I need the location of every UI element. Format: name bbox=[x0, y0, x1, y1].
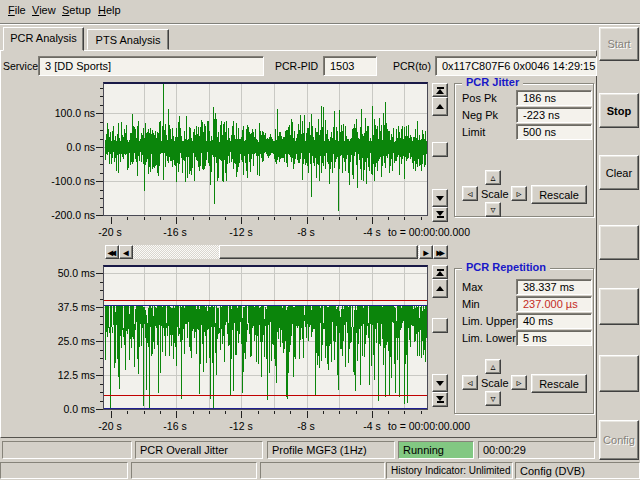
status-cell-profile: Profile MGF3 (1Hz) bbox=[267, 441, 395, 459]
blank-button-1[interactable] bbox=[599, 225, 639, 260]
rep-scale-up-button[interactable]: ▵ bbox=[485, 359, 501, 374]
status2-cell-config: Config (DVB) bbox=[515, 462, 640, 479]
menu-view[interactable]: View bbox=[32, 4, 56, 19]
jitter-scale-up-button[interactable]: ▵ bbox=[485, 170, 501, 185]
rep-scroll-thumb[interactable] bbox=[432, 318, 448, 333]
jitter-xtick-20: -20 s bbox=[84, 226, 136, 238]
rep-scale-top-button[interactable] bbox=[432, 265, 448, 279]
pcr-to-field[interactable]: 0x117C807F6 0x0046 14:29:15 bbox=[435, 56, 597, 76]
up-arrow-icon: ▵ bbox=[490, 173, 495, 183]
jitter-xtick-12: -12 s bbox=[215, 226, 267, 238]
jitter-scale-label: Scale bbox=[481, 188, 509, 200]
lim-lower-label: Lim. Lower bbox=[462, 332, 516, 344]
jitter-scale-down-button[interactable]: ▿ bbox=[485, 202, 501, 217]
hscroll-home-button[interactable]: ◂◂ bbox=[105, 245, 119, 259]
jitter-scale-bottom-button[interactable] bbox=[432, 207, 448, 222]
status-cell-blank bbox=[2, 441, 132, 459]
hscroll-right-button[interactable]: ▸ bbox=[419, 245, 433, 259]
rep-scale-label: Scale bbox=[481, 377, 509, 389]
status-cell-running: Running bbox=[398, 441, 474, 459]
min-label: Min bbox=[462, 298, 480, 310]
right-arrow-icon: ▹ bbox=[516, 189, 521, 199]
hscroll-left-button[interactable]: ◂ bbox=[119, 245, 133, 259]
hscroll-end-button[interactable]: ▸▸ bbox=[433, 245, 448, 259]
rep-xtick-20: -20 s bbox=[84, 420, 136, 432]
rep-ytick-25: 25.0 ms bbox=[35, 335, 95, 347]
menu-bar: File View Setup Help bbox=[0, 0, 640, 23]
service-label: Service bbox=[3, 60, 38, 72]
jitter-xtick-8: -8 s bbox=[280, 226, 332, 238]
rep-ytick-125: 12.5 ms bbox=[35, 369, 95, 381]
max-label: Max bbox=[462, 281, 483, 293]
status2-cell-2 bbox=[131, 462, 257, 479]
pos-pk-label: Pos Pk bbox=[462, 92, 497, 104]
rep-scale-left-button[interactable]: ◃ bbox=[462, 375, 478, 390]
pos-pk-field[interactable]: 186 ns bbox=[516, 90, 592, 106]
rep-rescale-button[interactable]: Rescale bbox=[531, 374, 587, 393]
rep-xtick-16: -16 s bbox=[149, 420, 201, 432]
jitter-scroll-thumb[interactable] bbox=[432, 142, 448, 157]
service-field[interactable]: 3 [DD Sports] bbox=[38, 56, 264, 76]
status2-cell-history: History Indicator: Unlimited bbox=[386, 462, 513, 479]
stop-button[interactable]: Stop bbox=[599, 93, 639, 128]
rep-scroll-down-button[interactable] bbox=[432, 374, 448, 392]
down-arrow-icon: ▿ bbox=[490, 394, 495, 404]
jitter-xaxis-end-label: to = 00:00:00.000 bbox=[388, 226, 470, 238]
status-cell-elapsed: 00:00:29 bbox=[478, 441, 595, 459]
rep-ytick-50: 50.0 ms bbox=[35, 267, 95, 279]
rep-scale-bottom-button[interactable] bbox=[432, 392, 448, 407]
limit-field[interactable]: 500 ns bbox=[516, 124, 592, 140]
status-cell-mode: PCR Overall Jitter bbox=[135, 441, 263, 459]
right-arrow-icon: ▹ bbox=[516, 378, 521, 388]
clear-button[interactable]: Clear bbox=[599, 155, 639, 190]
status2-cell-1 bbox=[0, 462, 128, 479]
neg-pk-field[interactable]: -223 ns bbox=[516, 107, 592, 123]
up-arrow-icon: ▵ bbox=[490, 362, 495, 372]
rep-xaxis-end-label: to = 00:00:00.000 bbox=[388, 420, 470, 432]
max-field[interactable]: 38.337 ms bbox=[516, 279, 592, 295]
jitter-ytick-m200: -200.0 ns bbox=[35, 209, 95, 221]
hscroll-thumb[interactable] bbox=[219, 245, 418, 259]
pcr-to-label: PCR(to) bbox=[393, 60, 431, 72]
jitter-scroll-down-button[interactable] bbox=[432, 189, 448, 207]
pcr-pid-field[interactable]: 1503 bbox=[323, 56, 377, 76]
rep-ytick-0: 0.0 ms bbox=[35, 403, 95, 415]
blank-button-2[interactable] bbox=[599, 288, 639, 325]
jitter-scale-right-button[interactable]: ▹ bbox=[511, 186, 527, 201]
lim-upper-label: Lim. Upper bbox=[462, 315, 516, 327]
jitter-scale-left-button[interactable]: ◃ bbox=[462, 186, 478, 201]
tab-pcr-analysis[interactable]: PCR Analysis bbox=[3, 27, 84, 51]
min-field[interactable]: 237.000 µs bbox=[516, 296, 592, 312]
pcr-jitter-group-title: PCR Jitter bbox=[462, 76, 523, 88]
rep-ytick-375: 37.5 ms bbox=[35, 301, 95, 313]
menu-help[interactable]: Help bbox=[98, 4, 121, 19]
config-button[interactable]: Config bbox=[599, 420, 639, 460]
repetition-plot bbox=[103, 265, 428, 410]
lim-upper-field[interactable]: 40 ms bbox=[516, 313, 592, 329]
lim-lower-field[interactable]: 5 ms bbox=[516, 330, 592, 346]
jitter-ytick-0: 0.0 ns bbox=[35, 141, 95, 153]
menu-separator bbox=[0, 23, 640, 25]
menu-setup[interactable]: Setup bbox=[62, 4, 91, 19]
rep-scale-down-button[interactable]: ▿ bbox=[485, 391, 501, 406]
pcr-repetition-group-title: PCR Repetition bbox=[462, 261, 550, 273]
start-button[interactable]: Start bbox=[599, 27, 639, 61]
status2-cell-3 bbox=[260, 462, 385, 479]
jitter-ytick-m100: -100.0 ns bbox=[35, 175, 95, 187]
pcr-pid-label: PCR-PID bbox=[275, 60, 318, 72]
left-arrow-icon: ◃ bbox=[467, 189, 472, 199]
blank-button-3[interactable] bbox=[599, 355, 639, 392]
left-arrow-icon: ◃ bbox=[467, 378, 472, 388]
jitter-plot bbox=[103, 82, 428, 216]
menu-file[interactable]: File bbox=[8, 4, 26, 19]
jitter-ytick-100: 100.0 ns bbox=[35, 107, 95, 119]
jitter-scale-top-button[interactable] bbox=[432, 83, 448, 97]
rep-scale-right-button[interactable]: ▹ bbox=[511, 375, 527, 390]
jitter-scroll-up-button[interactable] bbox=[432, 97, 448, 116]
jitter-xtick-16: -16 s bbox=[149, 226, 201, 238]
rep-scroll-up-button[interactable] bbox=[432, 279, 448, 298]
rep-xtick-12: -12 s bbox=[215, 420, 267, 432]
jitter-rescale-button[interactable]: Rescale bbox=[531, 185, 587, 204]
tab-pts-analysis[interactable]: PTS Analysis bbox=[87, 29, 169, 50]
rep-xtick-8: -8 s bbox=[280, 420, 332, 432]
